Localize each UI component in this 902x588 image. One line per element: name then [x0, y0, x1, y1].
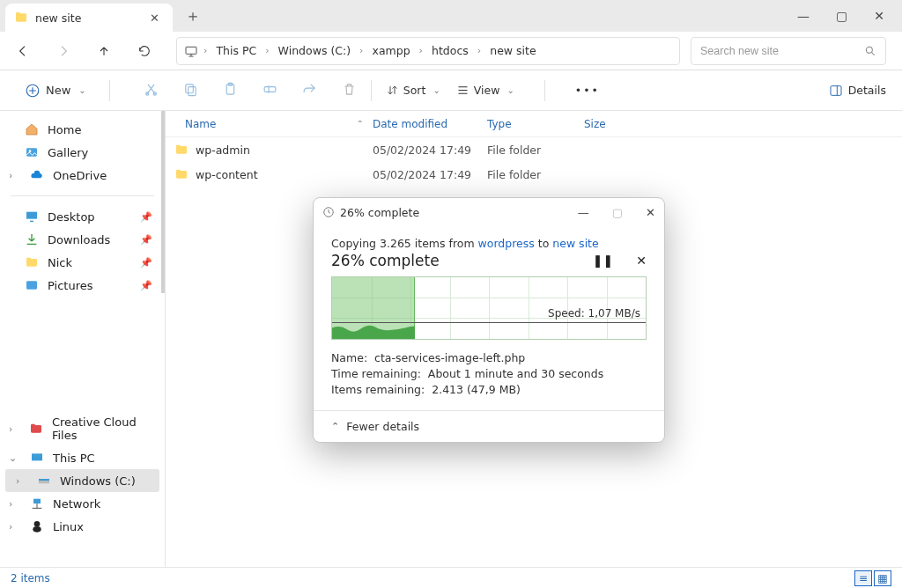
new-button[interactable]: New ⌄	[16, 78, 95, 103]
fewer-details-button[interactable]: ⌃ Fewer details	[314, 410, 664, 442]
file-row[interactable]: wp-content 05/02/2024 17:49 File folder	[166, 162, 902, 187]
sidebar-item-downloads[interactable]: Downloads📌	[0, 228, 165, 251]
sort-view-group: Sort⌄ View⌄ •••	[386, 80, 600, 101]
close-button[interactable]: ✕	[874, 9, 884, 23]
cut-button[interactable]	[144, 82, 159, 99]
back-button[interactable]	[16, 44, 30, 58]
home-icon	[25, 122, 39, 136]
maximize-button[interactable]: ▢	[836, 9, 847, 23]
chevron-right-icon[interactable]: ›	[9, 498, 18, 510]
sidebar-item-windows-c[interactable]: › Windows (C:)	[5, 469, 159, 492]
pause-button[interactable]: ❚❚	[593, 254, 613, 268]
delete-button[interactable]	[342, 82, 357, 99]
up-button[interactable]	[97, 44, 111, 58]
column-headers[interactable]: Name⌃ Date modified Type Size	[166, 111, 902, 137]
svg-rect-6	[188, 86, 196, 95]
sidebar-item-gallery[interactable]: Gallery	[0, 141, 165, 164]
cloud-icon	[30, 168, 44, 182]
share-button[interactable]	[302, 82, 317, 99]
gallery-icon	[25, 145, 39, 159]
network-icon	[30, 496, 44, 511]
new-label: New	[46, 84, 70, 97]
svg-rect-17	[39, 479, 49, 481]
percent-label: 26% complete	[331, 252, 440, 269]
search-box[interactable]	[691, 37, 886, 65]
pc-icon	[184, 44, 198, 58]
col-name[interactable]: Name	[185, 118, 216, 130]
details-pane-button[interactable]: Details	[829, 84, 886, 98]
minimize-button[interactable]: —	[797, 9, 810, 23]
sidebar-item-linux[interactable]: › Linux	[0, 515, 165, 538]
drive-icon	[37, 474, 51, 488]
sidebar-item-this-pc[interactable]: ⌄ This PC	[0, 446, 165, 469]
details-icon	[829, 84, 843, 98]
chevron-right-icon[interactable]: ›	[16, 475, 25, 487]
sidebar-item-creative-cloud[interactable]: › Creative Cloud Files	[0, 411, 165, 446]
grid-view-button[interactable]: ▦	[874, 570, 891, 586]
linux-icon	[30, 519, 44, 533]
view-button[interactable]: View⌄	[456, 84, 514, 97]
dialog-close-button[interactable]: ✕	[646, 206, 655, 219]
view-icon	[456, 84, 469, 97]
dialog-minimize-button[interactable]: —	[578, 206, 589, 219]
scrollbar-thumb[interactable]	[161, 111, 165, 293]
window-tab[interactable]: new site ✕	[5, 4, 173, 32]
sidebar-item-desktop[interactable]: Desktop📌	[0, 205, 165, 228]
search-input[interactable]	[700, 45, 850, 57]
dialog-titlebar[interactable]: 26% complete — ▢ ✕	[314, 198, 664, 226]
speed-label: Speed: 1,07 MB/s	[548, 307, 640, 320]
col-type[interactable]: Type	[487, 118, 584, 130]
sort-button[interactable]: Sort⌄	[386, 84, 440, 97]
svg-point-19	[34, 521, 41, 527]
sidebar-item-nick[interactable]: Nick📌	[0, 251, 165, 274]
copy-description: Copying 3.265 items from wordpress to ne…	[331, 237, 647, 250]
chevron-right-icon[interactable]: ›	[9, 170, 18, 181]
src-link[interactable]: wordpress	[478, 237, 535, 250]
svg-rect-15	[32, 453, 42, 460]
file-row[interactable]: wp-admin 05/02/2024 17:49 File folder	[166, 137, 902, 162]
cancel-button[interactable]: ✕	[636, 254, 647, 268]
folder-icon	[14, 11, 28, 25]
sidebar-item-onedrive[interactable]: › OneDrive	[0, 164, 165, 187]
crumb[interactable]: Windows (C:)	[275, 44, 354, 57]
tab-close-button[interactable]: ✕	[150, 11, 164, 25]
col-size[interactable]: Size	[584, 118, 637, 130]
chevron-down-icon[interactable]: ⌄	[9, 452, 18, 464]
sidebar-item-network[interactable]: › Network	[0, 492, 165, 515]
col-date[interactable]: Date modified	[373, 118, 487, 130]
pin-icon: 📌	[140, 257, 152, 268]
new-tab-button[interactable]: ＋	[185, 5, 201, 26]
crumb[interactable]: xampp	[368, 44, 413, 57]
chevron-right-icon[interactable]: ›	[9, 423, 17, 435]
sidebar-item-home[interactable]: Home	[0, 118, 165, 141]
clock-icon	[322, 206, 335, 218]
chevron-right-icon[interactable]: ›	[9, 521, 18, 533]
folder-icon	[25, 255, 39, 269]
folder-icon	[29, 422, 43, 436]
svg-rect-0	[186, 47, 196, 54]
sort-icon	[386, 84, 399, 97]
folder-icon	[174, 143, 189, 157]
crumb[interactable]: htdocs	[428, 44, 472, 57]
nav-buttons	[16, 44, 152, 58]
forward-button[interactable]	[56, 44, 70, 58]
sidebar-item-pictures[interactable]: Pictures📌	[0, 274, 165, 297]
sidebar: Home Gallery › OneDrive Desktop📌 Downloa…	[0, 111, 166, 567]
svg-rect-14	[26, 281, 37, 289]
copy-button[interactable]	[183, 82, 198, 99]
plus-circle-icon	[25, 83, 41, 99]
svg-point-1	[866, 47, 872, 53]
rename-button[interactable]	[262, 82, 277, 99]
pc-icon	[30, 451, 44, 465]
refresh-button[interactable]	[137, 44, 152, 58]
crumb[interactable]: This PC	[212, 44, 260, 57]
copy-metadata: Name: cta-services-image-left.php Time r…	[331, 350, 647, 398]
crumb[interactable]: new site	[486, 44, 539, 57]
paste-button[interactable]	[223, 82, 238, 99]
more-button[interactable]: •••	[575, 84, 600, 97]
chevron-up-icon: ⌃	[331, 421, 339, 432]
dst-link[interactable]: new site	[552, 237, 598, 250]
list-view-button[interactable]: ≡	[854, 570, 872, 586]
breadcrumb[interactable]: › This PC› Windows (C:)› xampp› htdocs› …	[176, 37, 680, 65]
dialog-maximize-button[interactable]: ▢	[612, 206, 623, 219]
